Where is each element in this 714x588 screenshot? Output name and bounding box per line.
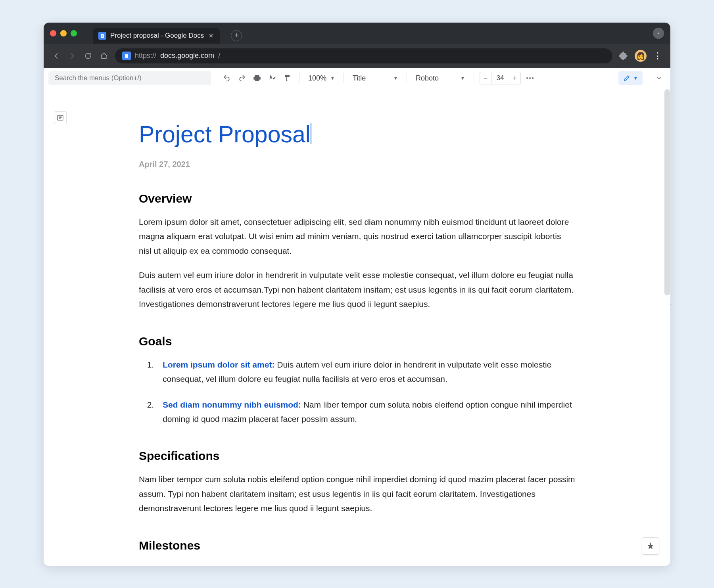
forward-button[interactable] [67,51,77,61]
document-viewport: Project Proposal April 27, 2021 Overview… [44,89,670,566]
heading-goals[interactable]: Goals [139,335,575,348]
style-value: Title [353,74,366,82]
browser-tab[interactable]: Project proposal - Google Docs [93,28,220,44]
divider [474,73,474,83]
paragraph-style-select[interactable]: Title ▼ [349,74,401,82]
heading-milestones[interactable]: Milestones [139,539,575,552]
docs-favicon-icon [98,32,106,40]
zoom-value: 100% [308,74,326,82]
editing-mode-button[interactable]: ▼ [618,71,643,85]
paint-format-button[interactable] [281,72,294,84]
account-menu-button[interactable] [653,28,664,39]
paragraph-specifications[interactable]: Nam liber tempor cum soluta nobis eleife… [139,472,575,516]
list-item[interactable]: Lorem ipsum dolor sit amet: Duis autem v… [156,358,575,386]
caret-down-icon: ▼ [330,76,335,80]
paragraph-overview-2[interactable]: Duis autem vel eum iriure dolor in hendr… [139,268,575,312]
paragraph-overview-1[interactable]: Lorem ipsum dolor sit amet, consectetuer… [139,215,575,259]
document-date[interactable]: April 27, 2021 [139,160,575,169]
document-page[interactable]: Project Proposal April 27, 2021 Overview… [139,89,575,553]
document-title[interactable]: Project Proposal [139,121,311,148]
document-outline-button[interactable] [54,111,67,124]
text-cursor [311,123,311,144]
url-host: docs.google.com [160,52,214,60]
titlebar: Project proposal - Google Docs + [44,23,670,44]
spellcheck-button[interactable] [266,72,278,84]
undo-button[interactable] [221,72,233,84]
svg-rect-2 [102,36,103,37]
divider [344,73,344,83]
redo-button[interactable] [236,72,248,84]
heading-specifications[interactable]: Specifications [139,449,575,463]
browser-window: Project proposal - Google Docs + https [44,23,670,566]
maximize-window-button[interactable] [71,30,77,36]
goal-label: Lorem ipsum dolor sit amet: [163,360,274,369]
hide-menus-button[interactable] [653,72,666,84]
site-favicon-icon [122,52,131,60]
font-size-decrease[interactable]: − [480,74,491,82]
reload-button[interactable] [83,51,93,61]
close-window-button[interactable] [50,30,56,36]
new-tab-button[interactable]: + [231,30,242,41]
goal-label: Sed diam nonummy nibh euismod: [163,400,301,409]
extensions-button[interactable] [619,51,628,61]
divider [407,73,407,83]
window-controls [50,30,77,36]
goals-list[interactable]: Lorem ipsum dolor sit amet: Duis autem v… [139,358,575,426]
close-tab-button[interactable] [208,33,214,39]
divider [299,73,299,83]
browser-menu-button[interactable]: ⋮ [653,51,662,61]
svg-rect-0 [102,35,104,36]
heading-overview[interactable]: Overview [139,192,575,205]
explore-button[interactable] [642,537,659,555]
svg-rect-1 [102,36,104,36]
profile-avatar[interactable]: 👩 [635,50,647,62]
home-button[interactable] [99,51,109,61]
more-toolbar-button[interactable] [523,77,537,79]
list-item[interactable]: Sed diam nonummy nibh euismod: Nam liber… [156,398,575,426]
scrollbar-thumb[interactable] [664,89,670,295]
font-family-select[interactable]: Roboto ▼ [413,74,468,82]
minimize-window-button[interactable] [60,30,67,36]
tab-title: Project proposal - Google Docs [110,32,204,40]
zoom-select[interactable]: 100% ▼ [305,74,338,82]
back-button[interactable] [52,51,61,61]
docs-toolbar: 100% ▼ Title ▼ Roboto ▼ − + ▼ [44,68,670,89]
url-input[interactable]: https://docs.google.com/ [115,48,612,63]
url-path: / [218,52,220,60]
caret-down-icon: ▼ [393,76,398,80]
font-size-input[interactable] [491,72,509,84]
font-value: Roboto [416,74,439,82]
font-size-control: − + [480,72,521,84]
address-bar: https://docs.google.com/ 👩 ⋮ [44,44,670,68]
font-size-increase[interactable]: + [509,74,520,82]
print-button[interactable] [251,72,263,84]
caret-down-icon: ▼ [461,76,465,80]
menu-search-input[interactable] [48,71,211,85]
url-scheme: https:// [135,52,156,60]
caret-down-icon: ▼ [633,76,638,80]
